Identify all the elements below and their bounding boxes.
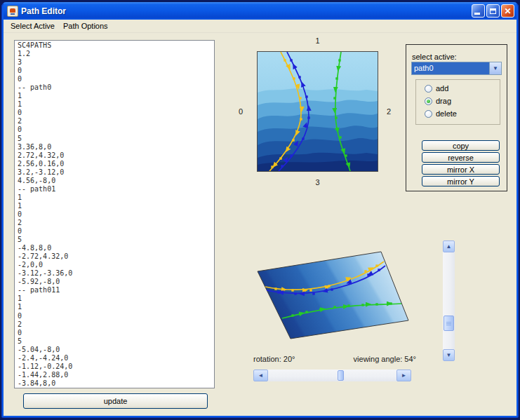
reverse-button[interactable]: reverse [422, 152, 500, 163]
top-view-edge-label-0: 0 [235, 107, 246, 116]
mirror-y-button[interactable]: mirror Y [422, 176, 500, 187]
radio-delete-icon [425, 110, 432, 118]
perspective-preview [242, 239, 418, 351]
mirror-x-button[interactable]: mirror X [422, 164, 500, 175]
close-icon: ✕ [504, 7, 511, 15]
update-button[interactable]: update [23, 393, 208, 409]
chevron-up-icon[interactable]: ▲ [443, 241, 455, 252]
active-path-dropdown[interactable]: path0 ▼ [411, 62, 502, 75]
chevron-down-scroll-icon[interactable]: ▼ [443, 349, 455, 361]
maximize-button[interactable] [486, 4, 500, 18]
chevron-left-icon[interactable]: ◄ [253, 370, 268, 381]
menu-bar: Select Active Path Options [4, 20, 516, 33]
path-edit-canvas[interactable] [257, 51, 378, 172]
rotation-label: rotation: 20° [253, 355, 295, 363]
active-path-value: path0 [412, 62, 489, 74]
title-bar[interactable]: Path Editor ✕ [4, 2, 516, 20]
radio-drag-icon [425, 97, 432, 105]
mountain-image-top-view [258, 52, 378, 171]
app-window: Path Editor ✕ Select Active Path Options… [1, 2, 519, 418]
chevron-down-icon[interactable]: ▼ [489, 62, 501, 74]
minimize-button[interactable] [472, 4, 485, 18]
menu-select-active[interactable]: Select Active [6, 20, 59, 32]
minimize-icon [474, 13, 480, 15]
viewing-angle-scrollbar-thumb[interactable] [444, 316, 454, 331]
top-view-edge-label-3: 3 [257, 178, 378, 187]
menu-path-options[interactable]: Path Options [59, 20, 112, 32]
select-active-label: select active: [412, 53, 457, 61]
window-title: Path Editor [21, 6, 470, 16]
rotation-scrollbar-thumb[interactable] [338, 370, 344, 381]
radio-add-icon [425, 85, 432, 93]
path-text-editor[interactable]: SC4PATHS 1.2 3 0 0 -- path0 1 1 0 2 0 5 … [14, 40, 215, 388]
radio-delete[interactable]: delete [425, 109, 457, 118]
top-view-edge-label-2: 2 [383, 107, 394, 116]
rotation-scrollbar[interactable]: ◄ ► [253, 370, 411, 381]
viewing-angle-scrollbar[interactable]: ▲ ▼ [443, 241, 455, 361]
path-controls-panel: select active: path0 ▼ add drag delete [406, 44, 507, 191]
top-view-edge-label-1: 1 [257, 36, 378, 45]
copy-button[interactable]: copy [422, 140, 500, 151]
java-app-icon [7, 6, 18, 17]
radio-drag[interactable]: drag [425, 96, 451, 106]
radio-add[interactable]: add [425, 83, 448, 93]
chevron-right-icon[interactable]: ► [396, 370, 411, 381]
rotated-image-plane [258, 252, 408, 339]
viewing-angle-label: viewing angle: 54° [305, 355, 416, 363]
close-button[interactable]: ✕ [501, 4, 514, 18]
maximize-icon [490, 8, 496, 14]
